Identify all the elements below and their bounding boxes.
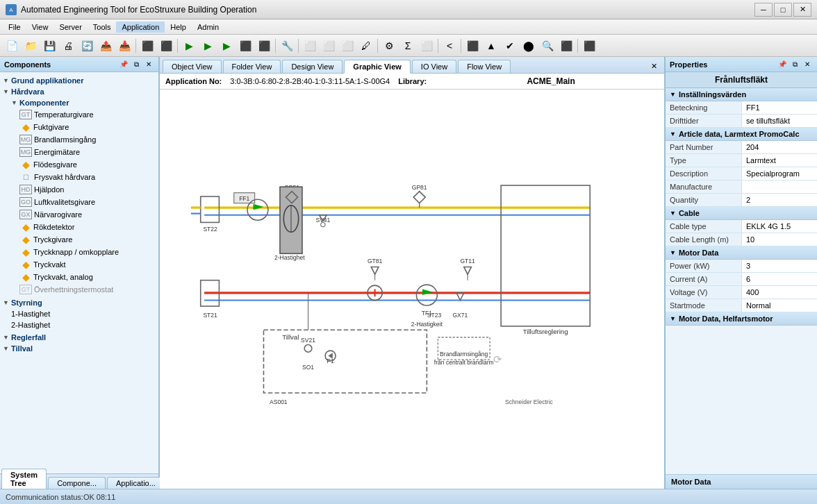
- tree-item-styrning[interactable]: ▼ Styrning: [0, 297, 158, 308]
- tab-graphic-view[interactable]: Graphic View: [344, 60, 411, 74]
- val-startmode[interactable]: Normal: [742, 299, 817, 312]
- import-button[interactable]: 📥: [115, 37, 133, 54]
- prop-pin-button[interactable]: 📌: [777, 59, 788, 70]
- tree-item-overh[interactable]: GT Överhettningstermostat: [0, 283, 158, 296]
- green-btn1[interactable]: ▶: [180, 37, 198, 54]
- tree-item-1hast[interactable]: 1-Hastighet: [0, 308, 158, 319]
- tree-item-temp[interactable]: GT Temperaturgivare: [0, 108, 158, 121]
- tool12[interactable]: ✔: [501, 37, 519, 54]
- panel-close-btn[interactable]: ✕: [647, 60, 661, 73]
- bottom-tab-comp[interactable]: Compone...: [48, 477, 106, 489]
- tool13[interactable]: ⬤: [520, 37, 538, 54]
- save-button[interactable]: 💾: [40, 37, 58, 54]
- tree-item-2hast[interactable]: 2-Hastighet: [0, 319, 158, 330]
- tree-item-energi[interactable]: MG Energimätare: [0, 146, 158, 158]
- tree-item-tryckvakt-analog[interactable]: ◆ Tryckvakt, analog: [0, 271, 158, 283]
- tree-item-fukt[interactable]: ◆ Fuktgivare: [0, 121, 158, 133]
- prop-float-button[interactable]: ⧉: [789, 59, 800, 70]
- tool14[interactable]: 🔍: [538, 37, 556, 54]
- minimize-button[interactable]: ─: [754, 3, 773, 17]
- tool3[interactable]: ⬜: [320, 37, 338, 54]
- val-beteckning[interactable]: FF1: [742, 101, 817, 114]
- tool11[interactable]: ▲: [482, 37, 500, 54]
- tree-container[interactable]: ▼ Grund applikationer ▼ Hårdvara ▼ Kompo…: [0, 72, 158, 473]
- tree-item-tryckknapp[interactable]: ◆ Tryckknapp / omkopplare: [0, 246, 158, 258]
- menu-file[interactable]: File: [3, 22, 26, 33]
- tree-item-tryck[interactable]: ◆ Tryckgivare: [0, 233, 158, 246]
- val-drifttider[interactable]: se tilluftsfläkt: [742, 115, 817, 127]
- section-motordata-helf[interactable]: ▼ Motor Data, Helfartsmotor: [666, 312, 817, 326]
- export-button[interactable]: 📤: [97, 37, 115, 54]
- tool1[interactable]: 🔧: [278, 37, 296, 54]
- properties-scroll[interactable]: ▼ Inställningsvärden Beteckning FF1 Drif…: [666, 88, 817, 474]
- tree-item-luft[interactable]: GO Luftkvalitetsgivare: [0, 196, 158, 208]
- tree-item-tryckvakt[interactable]: ◆ Tryckvakt: [0, 258, 158, 271]
- tool5[interactable]: 🖊: [357, 37, 375, 54]
- tool15[interactable]: ⬛: [557, 37, 575, 54]
- menu-tools[interactable]: Tools: [88, 22, 117, 33]
- val-partnumber[interactable]: 204: [742, 141, 817, 153]
- tree-item-rok[interactable]: ◆ Rökdetektor: [0, 221, 158, 233]
- tool8[interactable]: ⬜: [418, 37, 436, 54]
- bottom-tab-app[interactable]: Applicatio...: [107, 477, 165, 489]
- tree-item-narv[interactable]: GX Närvarogivare: [0, 208, 158, 221]
- tree-item-hardvara[interactable]: ▼ Hårdvara: [0, 86, 158, 97]
- section-cable[interactable]: ▼ Cable: [666, 207, 817, 220]
- section-installning[interactable]: ▼ Inställningsvärden: [666, 88, 817, 101]
- tab-folder-view[interactable]: Folder View: [223, 60, 281, 73]
- tree-item-grund[interactable]: ▼ Grund applikationer: [0, 75, 158, 86]
- red-btn1[interactable]: ⬛: [138, 37, 156, 54]
- menu-view[interactable]: View: [26, 22, 54, 33]
- tool10[interactable]: ⬛: [463, 37, 481, 54]
- tab-object-view[interactable]: Object View: [163, 60, 222, 73]
- refresh-button[interactable]: 🔄: [78, 37, 96, 54]
- tool6[interactable]: ⚙: [380, 37, 398, 54]
- tool16[interactable]: ⬛: [580, 37, 598, 54]
- red-btn2[interactable]: ⬛: [157, 37, 175, 54]
- tree-item-brand[interactable]: MG Brandlarmsingång: [0, 133, 158, 146]
- pin-button[interactable]: 📌: [118, 59, 129, 70]
- new-button[interactable]: 📄: [3, 37, 21, 54]
- prop-close-button[interactable]: ✕: [802, 59, 813, 70]
- float-button[interactable]: ⧉: [131, 59, 142, 70]
- print-button[interactable]: 🖨: [59, 37, 77, 54]
- close-panel-button[interactable]: ✕: [143, 59, 154, 70]
- tree-item-hjalp[interactable]: HD Hjälpdon: [0, 183, 158, 196]
- menu-help[interactable]: Help: [165, 22, 192, 33]
- val-quantity[interactable]: 2: [742, 194, 817, 206]
- open-button[interactable]: 📁: [22, 37, 40, 54]
- graphic-area[interactable]: ST22 FF1 GP51 RVA GP81 SV41: [160, 90, 664, 489]
- close-button[interactable]: ✕: [793, 3, 811, 17]
- tab-flow-view[interactable]: Flow View: [458, 60, 511, 73]
- nav-btn2[interactable]: ⬛: [255, 37, 273, 54]
- tree-item-flode[interactable]: ◆ Flödesgivare: [0, 158, 158, 171]
- val-power[interactable]: 3: [742, 260, 817, 272]
- val-voltage[interactable]: 400: [742, 286, 817, 299]
- tree-item-regler[interactable]: ▼ Reglerfall: [0, 332, 158, 343]
- tree-item-frysvakt[interactable]: ☐ Frysvakt hårdvara: [0, 171, 158, 183]
- menu-admin[interactable]: Admin: [192, 22, 224, 33]
- val-manufacture[interactable]: [742, 180, 817, 193]
- tool7[interactable]: Σ: [399, 37, 417, 54]
- tab-design-view[interactable]: Design View: [282, 60, 343, 73]
- nav-btn1[interactable]: ⬛: [236, 37, 254, 54]
- tool2[interactable]: ⬜: [301, 37, 319, 54]
- tool4[interactable]: ⬜: [338, 37, 356, 54]
- val-current[interactable]: 6: [742, 273, 817, 285]
- tool9[interactable]: <: [440, 37, 459, 54]
- section-article[interactable]: ▼ Article data, Larmtext PromoCalc: [666, 128, 817, 141]
- menu-server[interactable]: Server: [53, 22, 87, 33]
- menu-application[interactable]: Application: [116, 22, 165, 33]
- tree-item-tillval[interactable]: ▼ Tillval: [0, 343, 158, 354]
- tree-item-komponenter[interactable]: ▼ Komponenter: [0, 97, 158, 108]
- green-btn2[interactable]: ▶: [199, 37, 217, 54]
- maximize-button[interactable]: □: [774, 3, 792, 17]
- section-motordata[interactable]: ▼ Motor Data: [666, 246, 817, 260]
- bottom-tab-system[interactable]: System Tree: [1, 469, 47, 489]
- val-cablelength[interactable]: 10: [742, 233, 817, 246]
- tab-io-view[interactable]: IO View: [412, 60, 456, 73]
- val-type[interactable]: Larmtext: [742, 154, 817, 167]
- val-description[interactable]: Specialprogram: [742, 167, 817, 180]
- val-cabletype[interactable]: EKLK 4G 1.5: [742, 220, 817, 233]
- green-btn3[interactable]: ▶: [217, 37, 236, 54]
